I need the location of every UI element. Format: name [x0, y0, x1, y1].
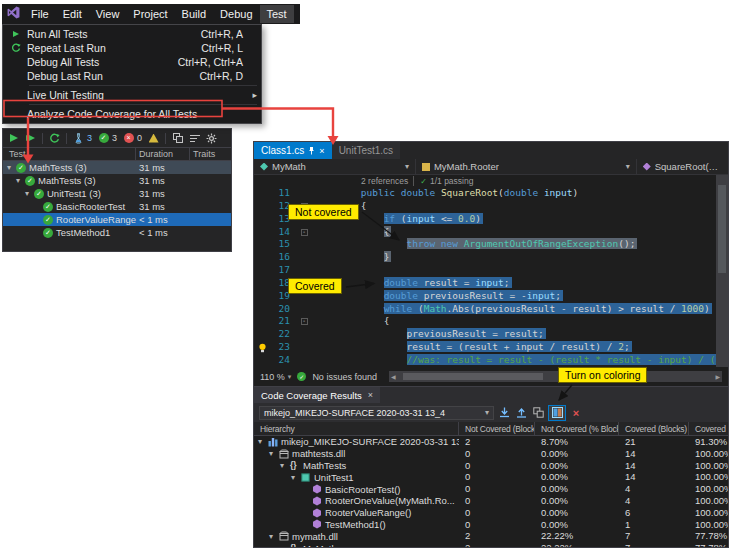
- menu-item-label: Analyze Code Coverage for All Tests: [27, 108, 243, 120]
- test-row-mathtests-3[interactable]: ▾✓MathTests (3)31 ms: [3, 161, 231, 174]
- test-row-rootervaluerange[interactable]: ✓RooterValueRange< 1 ms: [3, 213, 231, 226]
- expander-icon[interactable]: ▾: [7, 161, 16, 174]
- screenshot-canvas: FileEditViewProjectBuildDebugTest Run Al…: [0, 0, 729, 548]
- expander-icon[interactable]: ▾: [280, 461, 290, 470]
- lightbulb-icon[interactable]: [254, 341, 270, 354]
- column-divider: [189, 148, 190, 160]
- run-all-icon[interactable]: [24, 132, 37, 145]
- coverage-row-testmethod1[interactable]: TestMethod1()00.00%1100.00%: [254, 519, 728, 531]
- code-line-14: 14- {: [254, 226, 728, 239]
- coverage-row-mymath[interactable]: ▾{}MyMath222.22%777.78%: [254, 542, 728, 547]
- tab-class1[interactable]: Class1.cs ×: [254, 142, 332, 159]
- scroll-left-icon[interactable]: ◀: [391, 373, 396, 380]
- test-row-testmethod1[interactable]: ✓TestMethod1< 1 ms: [3, 226, 231, 239]
- test-row-mathtests-3[interactable]: ▾✓MathTests (3)31 ms: [3, 174, 231, 187]
- expander-icon[interactable]: ▾: [16, 174, 25, 187]
- tab-code-coverage-results[interactable]: Code Coverage Results ×: [254, 387, 380, 403]
- method-icon: [312, 496, 325, 506]
- import-results-icon[interactable]: [497, 406, 511, 420]
- coverage-column-covered-blocks[interactable]: Covered (% Blocks): [689, 422, 728, 435]
- coverage-row-rooteronevalue-mymath-ro[interactable]: RooterOneValue(MyMath.Ro...00.00%4100.00…: [254, 495, 728, 507]
- settings-gear-icon[interactable]: [205, 132, 218, 145]
- scrollbar-thumb[interactable]: [718, 185, 726, 273]
- menubar-item-view[interactable]: View: [89, 5, 127, 23]
- menu-separator: [29, 85, 257, 86]
- menu-item-debug-all-tests[interactable]: Debug All TestsCtrl+R, Ctrl+A: [3, 55, 261, 69]
- merge-results-icon[interactable]: [531, 406, 545, 420]
- menu-item-repeat-last-run[interactable]: Repeat Last RunCtrl+R, L: [3, 41, 261, 55]
- codelens-passing[interactable]: 1/1 passing: [430, 176, 473, 186]
- repeat-last-run-icon[interactable]: [48, 132, 61, 145]
- covered-highlight: if (input <= 0.0): [384, 213, 483, 224]
- menubar-item-test[interactable]: Test: [260, 5, 294, 23]
- test-menu: Run All TestsCtrl+R, ARepeat Last RunCtr…: [2, 24, 262, 124]
- test-passed-icon: ✓: [43, 228, 53, 238]
- expander-icon[interactable]: ▾: [258, 437, 268, 446]
- coverage-value: 14: [619, 471, 689, 483]
- codelens-references[interactable]: 2 references: [361, 176, 408, 186]
- coverage-column-covered-blocks[interactable]: Covered (Blocks): [619, 422, 689, 435]
- menu-item-live-unit-testing[interactable]: Live Unit Testing▸: [3, 88, 261, 102]
- show-coloring-button[interactable]: [548, 405, 566, 421]
- code-line-24: 24 //was: result = result - (result * re…: [254, 354, 728, 367]
- type-dropdown[interactable]: MyMath.Rooter ▾: [416, 159, 637, 174]
- menu-item-analyze-code-coverage-for-all-tests[interactable]: Analyze Code Coverage for All Tests: [3, 107, 261, 121]
- editor-navigation-bar: MyMath ▾ MyMath.Rooter ▾ SquareRoot(doub…: [254, 159, 728, 175]
- column-test[interactable]: Test: [9, 149, 26, 159]
- menubar-item-project[interactable]: Project: [126, 5, 174, 23]
- project-icon: [260, 163, 268, 171]
- remove-results-icon[interactable]: ×: [569, 406, 583, 420]
- passed-tests-icon[interactable]: ✓: [97, 132, 110, 145]
- menubar-item-build[interactable]: Build: [175, 5, 213, 23]
- column-duration[interactable]: Duration: [139, 149, 173, 159]
- expander-icon[interactable]: ▾: [269, 449, 279, 458]
- column-traits[interactable]: Traits: [193, 149, 215, 159]
- horizontal-scrollbar[interactable]: ◀ ▶: [389, 371, 722, 382]
- menubar-item-file[interactable]: File: [24, 5, 56, 23]
- coverage-column-hierarchy[interactable]: Hierarchy: [254, 422, 459, 435]
- expander-icon[interactable]: ▾: [269, 532, 279, 541]
- close-icon[interactable]: ×: [368, 390, 373, 400]
- playlist-icon[interactable]: [188, 132, 201, 145]
- scroll-right-icon[interactable]: ▶: [715, 373, 720, 380]
- codelens-check-icon: ✓: [420, 177, 427, 186]
- coverage-column-not-covered-blocks[interactable]: Not Covered (Blocks): [459, 422, 535, 435]
- menu-item-debug-last-run[interactable]: Debug Last RunCtrl+R, D: [3, 69, 261, 83]
- pin-icon[interactable]: [308, 147, 315, 155]
- menubar-item-debug[interactable]: Debug: [213, 5, 259, 23]
- coverage-row-mymath-dll[interactable]: ▾mymath.dll222.22%777.78%: [254, 530, 728, 542]
- coverage-row-rootervaluerange[interactable]: RooterValueRange()00.00%6100.00%: [254, 507, 728, 519]
- coverage-row-unittest1[interactable]: ▾UnitTest100.00%14100.00%: [254, 471, 728, 483]
- type-name: MyMath.Rooter: [434, 161, 499, 172]
- coverage-row-mathtests[interactable]: ▾{}MathTests00.00%14100.00%: [254, 460, 728, 472]
- member-dropdown[interactable]: SquareRoot(double input): [637, 159, 728, 174]
- failed-tests-icon[interactable]: ×: [122, 132, 135, 145]
- coverage-row-basicrootertest[interactable]: BasicRooterTest()00.00%4100.00%: [254, 483, 728, 495]
- coverage-row-mikejo-mikejo-surface-2020-03-31-13-4[interactable]: ▾mikejo_MIKEJO-SURFACE 2020-03-31 13_428…: [254, 436, 728, 448]
- fold-collapse-icon[interactable]: -: [296, 226, 312, 239]
- skipped-tests-icon[interactable]: [147, 132, 160, 145]
- fold-collapse-icon[interactable]: -: [296, 315, 312, 328]
- close-icon[interactable]: ×: [319, 146, 324, 156]
- coverage-tabstrip: Code Coverage Results ×: [254, 387, 728, 403]
- coverage-result-select[interactable]: mikejo_MIKEJO-SURFACE 2020-03-31 13_4 ▾: [259, 406, 494, 420]
- expander-icon[interactable]: ▾: [25, 187, 34, 200]
- expander-icon[interactable]: ▾: [291, 473, 301, 482]
- menu-item-run-all-tests[interactable]: Run All TestsCtrl+R, A: [3, 27, 261, 41]
- zoom-control[interactable]: 110 % ▾: [260, 372, 291, 382]
- menubar-item-edit[interactable]: Edit: [56, 5, 89, 23]
- tab-unittest1[interactable]: UnitTest1.cs: [332, 142, 400, 159]
- expander-icon[interactable]: ▾: [280, 544, 290, 547]
- run-icon[interactable]: [7, 132, 20, 145]
- total-tests-icon[interactable]: [72, 132, 85, 145]
- test-row-basicrootertest[interactable]: ✓BasicRooterTest31 ms: [3, 200, 231, 213]
- group-by-icon[interactable]: [171, 132, 184, 145]
- coverage-row-mathtests-dll[interactable]: ▾mathtests.dll00.00%14100.00%: [254, 448, 728, 460]
- scrollbar-thumb[interactable]: [403, 373, 543, 380]
- coverage-column-not-covered-blocks[interactable]: Not Covered (% Blocks): [535, 422, 619, 435]
- test-row-unittest1-3[interactable]: ▾✓UnitTest1 (3)31 ms: [3, 187, 231, 200]
- vertical-scrollbar[interactable]: [716, 175, 728, 367]
- project-dropdown[interactable]: MyMath ▾: [254, 159, 416, 174]
- export-results-icon[interactable]: [514, 406, 528, 420]
- coverage-value: 0.00%: [535, 460, 619, 472]
